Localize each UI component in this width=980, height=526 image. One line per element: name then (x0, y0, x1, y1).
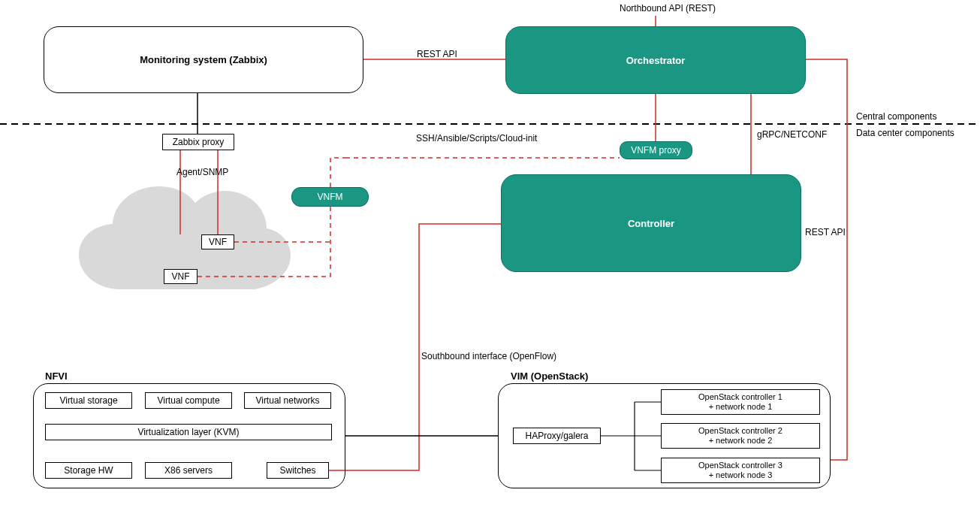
os-ctrl-2: OpenStack controller 2 + network node 2 (661, 423, 820, 449)
os-ctrl-3-line2: + network node 3 (698, 470, 782, 480)
haproxy-galera: HAProxy/galera (513, 428, 601, 444)
lbl-rest-mid: REST API (417, 49, 457, 59)
os-ctrl-3: OpenStack controller 3 + network node 3 (661, 458, 820, 483)
vnfm-proxy: VNFM proxy (620, 141, 692, 159)
os-ctrl-2-line1: OpenStack controller 2 (698, 426, 782, 436)
orchestrator: Orchestrator (505, 26, 806, 94)
lbl-datacenter: Data center components (856, 128, 954, 138)
lbl-agent-snmp: Agent/SNMP (176, 167, 228, 177)
nfvi-title: NFVI (45, 370, 68, 382)
lbl-central: Central components (856, 111, 936, 122)
zabbix-proxy: Zabbix proxy (162, 134, 234, 150)
vim-title: VIM (OpenStack) (511, 370, 588, 382)
lbl-rest-right: REST API (805, 227, 846, 237)
nfvi-virt-layer: Virtualization layer (KVM) (45, 424, 332, 440)
vnfm: VNFM (291, 187, 369, 207)
os-ctrl-3-line1: OpenStack controller 3 (698, 461, 782, 470)
monitoring-system: Monitoring system (Zabbix) (44, 26, 363, 93)
lbl-grpc: gRPC/NETCONF (757, 129, 827, 140)
controller: Controller (501, 174, 801, 272)
os-ctrl-2-line2: + network node 2 (698, 436, 782, 446)
vnf-2: VNF (164, 269, 198, 284)
lbl-southbound: Southbound interface (OpenFlow) (421, 351, 556, 361)
os-ctrl-1-line2: + network node 1 (698, 402, 782, 412)
vnf-1: VNF (201, 234, 234, 249)
lbl-ssh: SSH/Ansible/Scripts/Cloud-init (416, 133, 537, 144)
lbl-northbound: Northbound API (REST) (620, 3, 716, 14)
nfvi-vstorage: Virtual storage (45, 392, 132, 409)
nfvi-vnetworks: Virtual networks (244, 392, 331, 409)
os-ctrl-1-line1: OpenStack controller 1 (698, 392, 782, 402)
nfvi-x86: X86 servers (145, 462, 232, 479)
nfvi-storage-hw: Storage HW (45, 462, 132, 479)
nfvi-switches: Switches (267, 462, 329, 479)
os-ctrl-1: OpenStack controller 1 + network node 1 (661, 389, 820, 415)
nfvi-vcompute: Virtual compute (145, 392, 232, 409)
